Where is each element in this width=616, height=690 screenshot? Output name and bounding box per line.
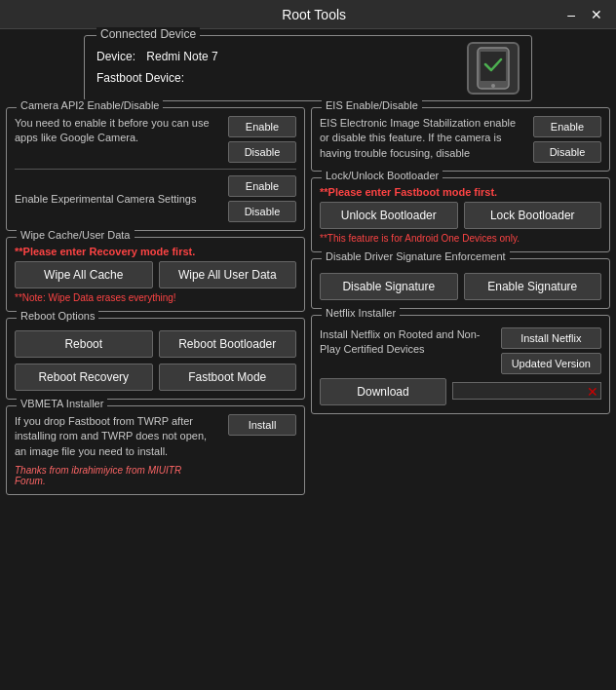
disable-signature-button[interactable]: Disable Signature: [320, 273, 458, 300]
vbmeta-row: If you drop Fastboot from TWRP after ins…: [15, 414, 296, 486]
eis-disable-button[interactable]: Disable: [533, 141, 601, 163]
camera-enable-button[interactable]: Enable: [228, 116, 296, 137]
wipe-all-user-button[interactable]: Wipe All User Data: [159, 261, 297, 288]
vbmeta-thanks: Thanks from ibrahimiyice from MIUITR For…: [15, 465, 214, 486]
camera-exp-btns: Enable Disable: [228, 175, 296, 222]
vbmeta-text: If you drop Fastboot from TWRP after ins…: [15, 414, 214, 459]
wipe-note: **Note: Wipe Data erases everything!: [15, 292, 296, 303]
eis-row: EIS Electronic Image Stabilization enabl…: [320, 116, 601, 163]
bootloader-legend: Lock/Unlock Bootloader: [322, 170, 443, 181]
netflix-right-btns: Install Netflix Updated Version: [501, 327, 601, 374]
unlock-bootloader-button[interactable]: Unlock Bootloader: [320, 202, 458, 229]
eis-enable-button[interactable]: Enable: [533, 116, 601, 137]
device-info: Device: Redmi Note 7 Fastboot Device:: [96, 47, 218, 89]
netflix-section: Netflix Installer Install Netflix on Roo…: [311, 315, 610, 414]
disable-signature-legend: Disable Driver Signature Enforcement: [322, 250, 510, 262]
reboot-recovery-button[interactable]: Reboot Recovery: [15, 364, 153, 391]
fastboot-label: Fastboot Device:: [96, 71, 184, 85]
camera-main-row: You need to enable it before you can use…: [15, 116, 296, 163]
bootloader-note: **This feature is for Android One Device…: [320, 233, 601, 244]
two-col-layout: Camera API2 Enable/Disable You need to e…: [6, 107, 610, 495]
bootloader-section: Lock/Unlock Bootloader **Please enter Fa…: [311, 177, 610, 252]
camera-exp-row: Enable Experimental Camera Settings Enab…: [15, 169, 296, 222]
bootloader-warning: **Please enter Fastboot mode first.: [320, 186, 601, 198]
app-title: Root Tools: [66, 7, 561, 22]
disable-signature-section: Disable Driver Signature Enforcement Dis…: [311, 258, 610, 309]
reboot-grid: Reboot Reboot Bootloader Reboot Recovery…: [15, 330, 296, 391]
vbmeta-text-container: If you drop Fastboot from TWRP after ins…: [15, 414, 214, 486]
camera-btns: Enable Disable: [228, 116, 296, 163]
lock-bootloader-button[interactable]: Lock Bootloader: [464, 202, 602, 229]
camera-api2-section: Camera API2 Enable/Disable You need to e…: [6, 107, 305, 231]
wipe-btns: Wipe All Cache Wipe All User Data: [15, 261, 296, 288]
reboot-section: Reboot Options Reboot Reboot Bootloader …: [6, 318, 305, 400]
camera-disable-button[interactable]: Disable: [228, 141, 296, 163]
vbmeta-install-button[interactable]: Install: [228, 414, 296, 436]
fastboot-row: Fastboot Device:: [96, 68, 218, 90]
netflix-legend: Netflix Installer: [322, 307, 400, 319]
camera-api2-legend: Camera API2 Enable/Disable: [17, 99, 163, 111]
vbmeta-legend: VBMETA Installer: [17, 398, 107, 409]
enable-signature-button[interactable]: Enable Signature: [464, 273, 602, 300]
disable-signature-btns: Disable Signature Enable Signature: [320, 273, 601, 300]
install-netflix-button[interactable]: Install Netflix: [501, 327, 601, 349]
fastboot-mode-button[interactable]: Fastboot Mode: [159, 364, 297, 391]
netflix-download-row: Download ✕: [320, 378, 601, 405]
connected-device-legend: Connected Device: [96, 27, 200, 41]
updated-version-button[interactable]: Updated Version: [501, 353, 601, 374]
title-bar-controls: – ✕: [561, 5, 608, 24]
netflix-progress-bar: ✕: [452, 382, 601, 400]
reboot-bootloader-button[interactable]: Reboot Bootloader: [159, 330, 297, 358]
svg-point-2: [491, 84, 495, 88]
device-icon: [467, 42, 520, 95]
wipe-warning: **Please enter Recovery mode first.: [15, 246, 296, 257]
minimize-button[interactable]: –: [561, 5, 581, 24]
device-row: Device: Redmi Note 7: [96, 47, 218, 68]
camera-text: You need to enable it before you can use…: [15, 116, 220, 163]
wipe-legend: Wipe Cache/User Data: [17, 229, 135, 241]
camera-exp-disable-button[interactable]: Disable: [228, 201, 296, 222]
title-bar: Root Tools – ✕: [0, 0, 616, 29]
vbmeta-section: VBMETA Installer If you drop Fastboot fr…: [6, 405, 305, 495]
left-column: Camera API2 Enable/Disable You need to e…: [6, 107, 305, 495]
progress-close-icon[interactable]: ✕: [587, 384, 598, 400]
wipe-section: Wipe Cache/User Data **Please enter Reco…: [6, 237, 305, 312]
camera-exp-text: Enable Experimental Camera Settings: [15, 193, 220, 205]
reboot-button[interactable]: Reboot: [15, 330, 153, 358]
wipe-all-cache-button[interactable]: Wipe All Cache: [15, 261, 153, 288]
netflix-main: Install Netflix on Rooted and Non-Play C…: [320, 327, 601, 374]
main-content: Connected Device Device: Redmi Note 7 Fa…: [0, 29, 616, 501]
device-value: Redmi Note 7: [146, 50, 217, 63]
close-button[interactable]: ✕: [585, 5, 608, 24]
right-column: EIS Enable/Disable EIS Electronic Image …: [311, 107, 610, 495]
device-label: Device:: [96, 50, 135, 63]
camera-exp-enable-button[interactable]: Enable: [228, 175, 296, 197]
bootloader-btns: Unlock Bootloader Lock Bootloader: [320, 202, 601, 229]
eis-btns: Enable Disable: [533, 116, 601, 163]
connected-device-section: Connected Device Device: Redmi Note 7 Fa…: [84, 35, 532, 101]
eis-section: EIS Enable/Disable EIS Electronic Image …: [311, 107, 610, 172]
netflix-text: Install Netflix on Rooted and Non-Play C…: [320, 327, 493, 358]
download-button[interactable]: Download: [320, 378, 446, 405]
reboot-legend: Reboot Options: [17, 310, 98, 322]
eis-legend: EIS Enable/Disable: [322, 99, 422, 111]
eis-text: EIS Electronic Image Stabilization enabl…: [320, 116, 525, 163]
